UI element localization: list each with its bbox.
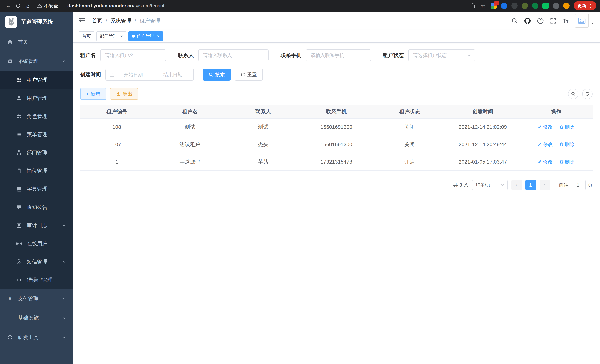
delete-button[interactable]: 删除: [559, 124, 575, 130]
sidebar-item-role[interactable]: 角色管理: [0, 107, 73, 125]
mobile-label: 联系手机: [281, 52, 301, 59]
refresh-table-icon[interactable]: [582, 89, 593, 99]
edit-button[interactable]: 修改: [537, 159, 553, 165]
reset-button[interactable]: 重置: [234, 69, 263, 81]
svg-text:¥: ¥: [9, 296, 11, 301]
extension-icon-3[interactable]: [511, 3, 518, 9]
tenant-name-input[interactable]: [100, 49, 166, 61]
page-size-select[interactable]: 10条/页: [472, 180, 508, 190]
sidebar-group-infra[interactable]: 基础设施: [0, 308, 73, 328]
sidebar-item-online-user[interactable]: 在线用户: [0, 234, 73, 253]
shield-icon: [16, 259, 22, 265]
show-search-icon[interactable]: [568, 89, 579, 99]
avatar-broken-image-icon[interactable]: [575, 14, 589, 28]
add-button[interactable]: + 新增: [80, 88, 106, 100]
delete-button[interactable]: 删除: [559, 141, 575, 148]
current-page-button[interactable]: 1: [525, 180, 536, 190]
share-icon[interactable]: [470, 3, 476, 9]
breadcrumb-home[interactable]: 首页: [92, 17, 103, 24]
sidebar-item-home[interactable]: 首页: [0, 32, 73, 52]
cell-mobile: 17321315478: [300, 153, 373, 171]
chrome-update-button[interactable]: 更新 ⋮: [574, 1, 596, 10]
contact-input[interactable]: [198, 49, 269, 61]
sidebar-group-label: 研发工具: [18, 334, 38, 341]
sidebar-item-error-code[interactable]: 错误码管理: [0, 271, 73, 289]
extension-icon-5[interactable]: [532, 3, 538, 9]
tag-tenant-active[interactable]: 租户管理 ×: [128, 31, 163, 41]
prev-page-button[interactable]: ‹: [511, 180, 522, 190]
sidebar-item-post[interactable]: 岗位管理: [0, 162, 73, 180]
font-size-icon[interactable]: TT: [563, 18, 568, 24]
sidebar-item-dict[interactable]: 字典管理: [0, 180, 73, 198]
search-icon: [208, 72, 213, 77]
extension-icon-2[interactable]: [501, 3, 507, 9]
extension-icon-4[interactable]: [522, 3, 528, 9]
delete-button[interactable]: 删除: [559, 159, 575, 165]
mobile-input[interactable]: [306, 49, 371, 61]
sidebar-group-label: 系统管理: [18, 58, 38, 65]
url-path: /system/tenant: [133, 3, 164, 9]
sidebar-item-user[interactable]: 用户管理: [0, 89, 73, 107]
svg-text:?: ?: [539, 19, 542, 23]
cell-status: 关闭: [373, 118, 446, 136]
download-icon: [116, 92, 121, 96]
reload-icon[interactable]: [13, 1, 23, 10]
home-icon[interactable]: ⌂: [23, 1, 33, 10]
extension-icon-6[interactable]: [543, 3, 549, 9]
sidebar-item-sms[interactable]: 短信管理: [0, 253, 73, 271]
back-icon[interactable]: ←: [4, 1, 13, 10]
sidebar-item-label: 短信管理: [27, 258, 47, 265]
tenant-people-icon: [16, 77, 22, 83]
close-icon[interactable]: ×: [156, 34, 159, 38]
search-button[interactable]: 搜索: [203, 69, 231, 81]
sidebar-item-dept[interactable]: 部门管理: [0, 144, 73, 162]
badge-icon: [16, 168, 22, 174]
sidebar-item-audit-log[interactable]: 审计日志: [0, 216, 73, 234]
sidebar-item-label: 部门管理: [27, 149, 47, 156]
sidebar-item-tenant[interactable]: 租户管理: [0, 71, 73, 89]
tag-dept[interactable]: 部门管理 ×: [96, 31, 126, 41]
export-button[interactable]: 导出: [110, 88, 138, 100]
tag-label: 首页: [82, 33, 91, 39]
user-avatar-menu[interactable]: [575, 14, 594, 28]
edit-button[interactable]: 修改: [537, 124, 553, 130]
sidebar-item-label: 租户管理: [27, 76, 47, 84]
filter-mobile: 联系手机: [281, 49, 371, 61]
security-indicator[interactable]: 不安全: [37, 3, 63, 9]
plus-icon: +: [86, 91, 89, 97]
status-select[interactable]: 请选择租户状态: [408, 49, 475, 61]
breadcrumb-separator: /: [135, 18, 136, 24]
extension-icon-1[interactable]: 10: [490, 3, 497, 9]
search-icon[interactable]: [512, 18, 518, 24]
sidebar-item-notice[interactable]: 通知公告: [0, 198, 73, 216]
date-range-picker[interactable]: 开始日期 - 结束日期: [105, 69, 194, 81]
logo-row[interactable]: 芋道管理系统: [0, 11, 73, 32]
col-status: 租户状态: [373, 105, 446, 118]
puzzle-extension-icon[interactable]: [553, 3, 559, 9]
next-page-button[interactable]: ›: [540, 180, 550, 190]
github-icon[interactable]: [524, 18, 531, 24]
address-bar[interactable]: dashboard.yudao.iocoder.cn /system/tenan…: [67, 3, 164, 9]
bookmark-star-icon[interactable]: ☆: [480, 1, 487, 10]
help-icon[interactable]: ?: [537, 18, 544, 24]
sidebar-item-menu[interactable]: 菜单管理: [0, 125, 73, 144]
sidebar-group-devtool[interactable]: 研发工具: [0, 328, 73, 347]
megaphone-icon: [16, 205, 22, 210]
goto-page-input[interactable]: [571, 180, 586, 190]
fullscreen-icon[interactable]: [550, 18, 556, 24]
edit-button[interactable]: 修改: [537, 141, 553, 148]
breadcrumb-separator: /: [106, 18, 107, 24]
code-icon: [16, 277, 22, 283]
cell-actions: 修改 删除: [519, 118, 593, 136]
tag-home[interactable]: 首页: [79, 31, 94, 41]
cell-name: 测试: [153, 118, 227, 136]
log-document-icon: [16, 223, 22, 228]
profile-avatar-icon[interactable]: [563, 3, 570, 9]
sidebar-group-system[interactable]: 系统管理: [0, 52, 73, 71]
page-content: 租户名 联系人 联系手机 租户状态 请选择租户状态: [73, 43, 600, 364]
sidebar-group-pay[interactable]: ¥ 支付管理: [0, 289, 73, 308]
breadcrumb-system[interactable]: 系统管理: [111, 17, 131, 24]
goto-page: 前往 页: [559, 180, 593, 190]
sidebar-fold-icon[interactable]: [79, 18, 86, 24]
close-icon[interactable]: ×: [120, 34, 123, 38]
